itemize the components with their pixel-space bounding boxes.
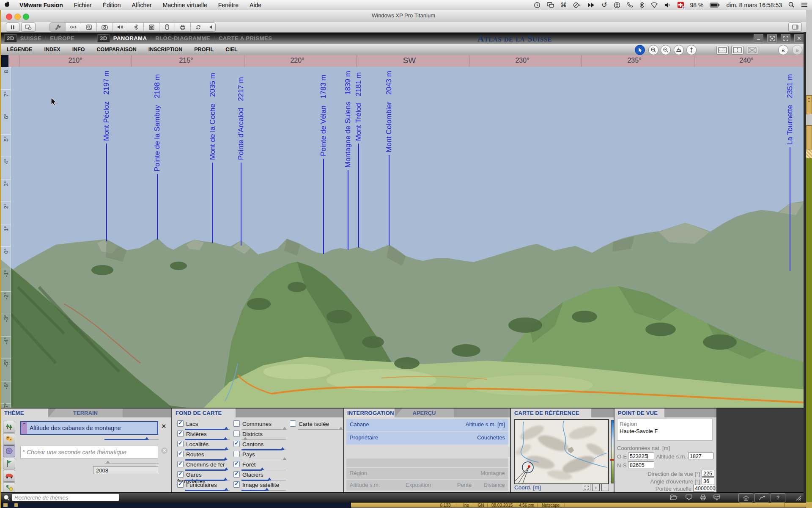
checkbox-pays[interactable] — [233, 451, 240, 457]
reference-map[interactable] — [514, 419, 609, 484]
layer-slider[interactable] — [185, 488, 230, 491]
usb-mouse-icon[interactable] — [159, 23, 175, 31]
second-theme-field[interactable]: ⌃ Choisir une seconde carte thématique — [20, 446, 158, 458]
layer-slider[interactable] — [241, 488, 286, 491]
layer-slider[interactable] — [241, 427, 286, 431]
checkbox-foret[interactable] — [233, 461, 240, 467]
battery-icon[interactable] — [710, 3, 720, 8]
sync-icon[interactable] — [191, 23, 206, 31]
collapse-toolbar-arrow[interactable] — [206, 23, 215, 31]
atlas-minimize-button[interactable] — [754, 34, 763, 43]
bluetooth-icon[interactable] — [639, 2, 644, 8]
theme-cat-state-icon[interactable] — [3, 458, 15, 469]
checkbox-carte-isolee[interactable] — [290, 420, 296, 427]
atlas-maximize-button[interactable] — [781, 34, 790, 43]
menu-machine-virtuelle[interactable]: Machine virtuelle — [163, 2, 207, 8]
checkbox-localites[interactable] — [177, 441, 184, 447]
command-key-icon[interactable]: ⌘ — [560, 1, 567, 9]
zoom-out-button[interactable] — [661, 45, 671, 55]
menu-inscription[interactable]: INSCRIPTION — [148, 47, 183, 52]
panorama-view[interactable] — [1, 67, 806, 408]
export-image-icon[interactable] — [713, 494, 721, 501]
pan-terrain-button[interactable] — [674, 45, 684, 55]
theme-search-input[interactable]: Recherche de thèmes — [12, 494, 119, 501]
menu-comparaison[interactable]: COMPARAISON — [97, 47, 137, 52]
theme-opacity-slider[interactable] — [104, 437, 159, 441]
menubar-clock[interactable]: dim. 8 mars 16:58:53 — [726, 2, 782, 8]
theme2-opacity-slider[interactable] — [104, 461, 159, 464]
menu-fenetre[interactable]: Fenêtre — [218, 2, 239, 8]
refmap-zoom-in-button[interactable]: + — [592, 484, 600, 491]
home-view-button[interactable] — [738, 493, 753, 502]
remove-theme-button[interactable]: ✕ — [161, 422, 167, 430]
menu-ciel[interactable]: CIEL — [225, 47, 237, 52]
mode-europe[interactable]: EUROPE — [50, 35, 74, 41]
notification-center-icon[interactable] — [801, 2, 808, 8]
keyboard-layout-icon[interactable]: fr — [678, 2, 684, 8]
time-machine-icon[interactable]: ↺ — [601, 1, 607, 9]
theme-cat-economy-icon[interactable] — [3, 482, 15, 492]
theme-cat-geology-icon[interactable] — [3, 445, 15, 457]
previous-view-button[interactable]: « — [778, 45, 788, 55]
network-adapter-icon[interactable] — [66, 23, 81, 31]
menu-index[interactable]: INDEX — [44, 47, 60, 52]
phone-icon[interactable] — [627, 2, 633, 8]
scrollbar-thumb[interactable] — [806, 95, 812, 114]
checkbox-districts[interactable] — [233, 431, 240, 437]
open-folder-icon[interactable] — [670, 494, 678, 501]
clock-icon[interactable] — [534, 2, 540, 8]
menubar-app-name[interactable]: VMware Fusion — [19, 2, 63, 8]
print-icon[interactable] — [700, 494, 707, 501]
layer-slider[interactable] — [241, 437, 286, 441]
viewpoint-height-button[interactable] — [686, 45, 697, 55]
menu-fichier[interactable]: Fichier — [74, 2, 92, 8]
altitude-input[interactable]: 1827 — [688, 453, 713, 459]
theme-expand-caret[interactable]: ⌃ — [21, 422, 27, 434]
theme-cat-nature-icon[interactable] — [3, 421, 15, 433]
checkbox-communes[interactable] — [233, 420, 240, 427]
pause-vm-button[interactable] — [6, 22, 19, 32]
checkbox-funiculaires[interactable] — [177, 481, 184, 488]
menu-profil[interactable]: PROFIL — [194, 47, 214, 52]
theme2-expand-caret[interactable]: ⌃ — [21, 450, 27, 455]
apple-menu-icon[interactable] — [4, 1, 10, 9]
layer-slider[interactable] — [241, 468, 286, 471]
mode-suisse[interactable]: SUISSE — [20, 35, 42, 41]
visual-range-input[interactable]: 4000000 — [693, 485, 714, 491]
scrollbar-thumb[interactable] — [806, 125, 812, 149]
cd-drive-icon[interactable] — [144, 23, 159, 31]
menu-legende[interactable]: LÉGENDE — [7, 47, 32, 52]
route-tool-button[interactable] — [754, 493, 769, 502]
layer-slider[interactable] — [185, 478, 230, 481]
resize-grip[interactable] — [796, 495, 802, 501]
theme-cat-transport-icon[interactable] — [3, 470, 15, 482]
display-icon[interactable] — [547, 2, 554, 8]
menu-info[interactable]: INFO — [72, 47, 85, 52]
checkbox-glaciers[interactable] — [233, 471, 240, 478]
theme-year-field[interactable]: 2008 — [93, 466, 158, 474]
menu-aide[interactable]: Aide — [250, 2, 261, 8]
tab-apercu[interactable]: APERÇU — [395, 409, 454, 417]
checkbox-cantons[interactable] — [233, 441, 240, 447]
mode-carte-a-prismes[interactable]: CARTE A PRISMES — [219, 35, 272, 41]
mode-bloc-diagramme[interactable]: BLOC-DIAGRAMME — [155, 35, 210, 41]
refmap-zoom-out-button[interactable]: − — [601, 484, 609, 491]
wifi-icon[interactable] — [650, 2, 658, 8]
oe-input[interactable]: 523225 — [628, 453, 654, 459]
direction-input[interactable]: 225 — [702, 470, 714, 477]
mode-panorama[interactable]: PANORAMA — [113, 35, 147, 41]
forward-arrows-icon[interactable] — [587, 2, 595, 8]
bluetooth-device-icon[interactable] — [128, 23, 144, 31]
menu-edition[interactable]: Édition — [103, 2, 121, 8]
layer-slider[interactable] — [185, 468, 230, 471]
atlas-close-button[interactable] — [794, 34, 804, 43]
layer-slider[interactable] — [241, 458, 286, 461]
tab-terrain[interactable]: TERRAIN — [48, 409, 123, 417]
checkbox-lacs[interactable] — [177, 420, 184, 427]
layer-slider[interactable] — [185, 427, 230, 431]
aperture-input[interactable]: 36 — [702, 478, 714, 484]
zoom-in-button[interactable] — [648, 45, 658, 55]
theme-cat-society-icon[interactable] — [3, 433, 15, 445]
sidebar-toggle-button[interactable] — [788, 22, 802, 32]
printer-icon[interactable] — [175, 23, 191, 31]
